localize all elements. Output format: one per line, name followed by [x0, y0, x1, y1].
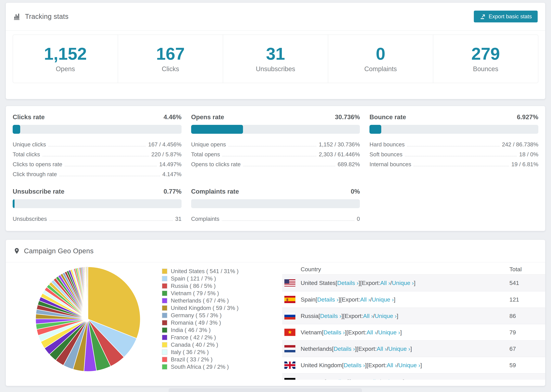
details-link[interactable]: Details › — [337, 280, 359, 286]
legend-swatch — [162, 320, 167, 325]
export-all-link[interactable]: All › — [367, 329, 377, 336]
export-all-link[interactable]: All › — [377, 345, 387, 352]
export-all-link[interactable]: All › — [387, 362, 397, 369]
bracket: ] — [420, 362, 422, 369]
rate-section-clicks-rate: Clicks rate4.46%Unique clicks167 / 4.456… — [13, 113, 182, 178]
export-unique-link[interactable]: Unique › — [378, 329, 400, 336]
export-all-link[interactable]: All › — [369, 378, 379, 380]
legend-label: Brazil ( 33 / 2% ) — [171, 356, 212, 363]
flag-icon-nl — [284, 345, 296, 352]
bracket: ] — [410, 345, 412, 352]
bracket: [ — [318, 313, 320, 319]
details-link[interactable]: Details › — [317, 296, 339, 303]
rate-detail-row: Unique opens1,152 / 30.736% — [191, 139, 360, 148]
rate-title: Bounce rate — [369, 113, 406, 121]
flag-icon-de — [284, 378, 296, 380]
legend-item: Canada ( 40 / 2% ) — [162, 341, 239, 348]
flag-icon-gb — [284, 361, 296, 369]
geo-table: Country Total United States [Details ›] … — [282, 264, 545, 380]
details-link[interactable]: Details › — [326, 378, 347, 380]
stat-label: Unsubscribes — [256, 65, 295, 73]
country-cell: United Kingdom [Details ›] [Export: All … — [282, 361, 504, 369]
progress-bar — [369, 125, 538, 134]
export-unique-link[interactable]: Unique › — [381, 378, 403, 380]
legend-swatch — [162, 305, 167, 311]
rate-detail-label: Unsubscribes — [13, 216, 47, 223]
separator: / — [373, 313, 374, 319]
column-header-total: Total — [504, 266, 545, 273]
export-icon — [480, 14, 486, 20]
country-cell: Russia [Details ›] [Export: All › / Uniq… — [282, 312, 504, 320]
rate-detail-label: Complaints — [191, 216, 219, 223]
legend-swatch — [162, 313, 167, 318]
export-all-link[interactable]: All › — [360, 296, 370, 303]
details-link[interactable]: Details › — [344, 362, 365, 369]
legend-label: Russia ( 86 / 5% ) — [171, 283, 216, 289]
bracket: [ — [322, 329, 323, 336]
rate-title: Opens rate — [191, 113, 224, 121]
export-unique-link[interactable]: Unique › — [392, 280, 414, 286]
country-name: Netherlands — [301, 345, 332, 352]
total-cell: 541 — [504, 280, 545, 286]
export-prefix: [Export: — [357, 345, 377, 352]
country-name: United Kingdom — [301, 362, 342, 369]
total-cell: 59 — [504, 362, 545, 369]
details-link[interactable]: Details › — [324, 329, 345, 336]
rate-percent: 0% — [351, 188, 360, 195]
export-unique-link[interactable]: Unique › — [388, 345, 410, 352]
stat-value: 279 — [471, 45, 500, 62]
stat-value: 0 — [376, 45, 385, 62]
country-cell: Spain [Details ›] [Export: All › / Uniqu… — [282, 296, 504, 303]
stat-box-opens: 1,152Opens — [13, 35, 118, 83]
legend-swatch — [162, 298, 167, 303]
country-name: Germany — [301, 378, 325, 380]
map-pin-icon — [13, 247, 20, 254]
country-cell: United States [Details ›] [Export: All ›… — [282, 279, 504, 287]
export-unique-link[interactable]: Unique › — [398, 362, 420, 369]
column-header-country: Country — [282, 266, 504, 273]
bracket: [ — [325, 378, 326, 380]
bracket: ] — [403, 378, 404, 380]
rate-detail-label: Clicks to opens rate — [13, 161, 62, 168]
separator: / — [390, 280, 392, 286]
export-unique-link[interactable]: Unique › — [372, 296, 394, 303]
bracket: ] — [355, 345, 357, 352]
rate-detail-value: 18 / 0% — [519, 151, 538, 158]
rate-detail-row: Unique clicks167 / 4.456% — [13, 139, 182, 148]
country-name: Spain — [301, 296, 316, 303]
geo-opens-card: Campaign Geo Opens United States ( 541 /… — [6, 240, 545, 386]
table-row-vn: Vietnam [Details ›] [Export: All › / Uni… — [282, 324, 545, 340]
bottom-scrollbar-thumb[interactable] — [169, 388, 362, 392]
country-cell: Germany [Details ›] [Export: All › / Uni… — [282, 378, 504, 380]
legend-item: Brazil ( 33 / 2% ) — [162, 356, 239, 363]
dotted-leader — [42, 156, 149, 156]
geo-opens-title: Campaign Geo Opens — [24, 247, 94, 255]
rate-detail-label: Total clicks — [13, 151, 40, 158]
export-basic-stats-button[interactable]: Export basic stats — [474, 11, 538, 22]
legend-item: United Kingdom ( 59 / 3% ) — [162, 304, 239, 312]
rate-detail-label: Click through rate — [13, 171, 57, 178]
legend-label: Germany ( 55 / 3% ) — [171, 312, 222, 319]
legend-label: Canada ( 40 / 2% ) — [171, 342, 218, 348]
table-row-gb: United Kingdom [Details ›] [Export: All … — [282, 357, 545, 373]
details-link[interactable]: Details › — [334, 345, 355, 352]
export-all-link[interactable]: All › — [380, 280, 390, 286]
legend-label: Vietnam ( 79 / 5% ) — [171, 290, 219, 297]
legend-swatch — [162, 357, 167, 362]
stat-value: 167 — [156, 45, 185, 62]
export-unique-link[interactable]: Unique › — [375, 313, 397, 319]
legend-swatch — [162, 342, 167, 348]
dotted-leader — [65, 166, 157, 166]
bracket: [ — [336, 280, 337, 286]
rate-detail-row: Hard bounces242 / 86.738% — [369, 139, 538, 148]
export-prefix: [Export: — [343, 313, 363, 319]
bracket: ] — [339, 296, 340, 303]
rate-section-opens-rate: Opens rate30.736%Unique opens1,152 / 30.… — [191, 113, 360, 178]
flag-icon-ru — [284, 312, 296, 320]
legend-swatch — [162, 335, 167, 340]
details-link[interactable]: Details › — [320, 313, 341, 319]
export-all-link[interactable]: All › — [363, 313, 373, 319]
separator: / — [379, 378, 381, 380]
legend-label: South Africa ( 29 / 2% ) — [171, 364, 229, 370]
total-cell: 79 — [504, 329, 545, 336]
